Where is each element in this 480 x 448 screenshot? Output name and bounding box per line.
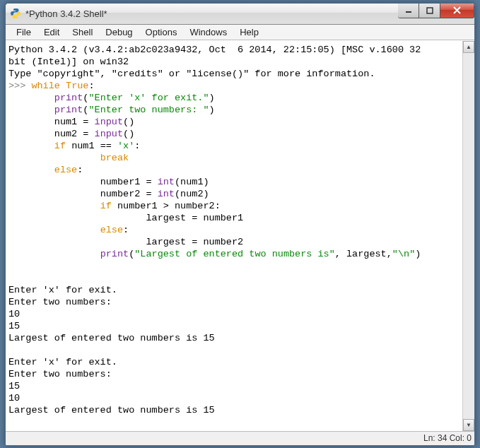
scroll-track[interactable] — [463, 53, 474, 419]
menubar: File Edit Shell Debug Options Windows He… — [6, 25, 474, 40]
kw-if: if — [100, 201, 112, 211]
vertical-scrollbar[interactable]: ▲ ▼ — [462, 41, 474, 431]
output-line: 10 — [8, 393, 20, 403]
maximize-button[interactable] — [419, 4, 440, 18]
menu-debug[interactable]: Debug — [99, 25, 139, 39]
banner-line: bit (Intel)] on win32 — [8, 57, 129, 67]
menu-shell[interactable]: Shell — [66, 25, 99, 39]
kw-if: if — [54, 141, 66, 151]
bi-input: input — [95, 129, 124, 139]
var: number2 — [175, 201, 215, 211]
str-literal: "Enter 'x' for exit." — [88, 93, 209, 103]
close-button[interactable] — [440, 4, 474, 18]
banner-line: Type "copyright", "credits" or "license(… — [8, 69, 375, 79]
minimize-button[interactable] — [398, 4, 419, 18]
app-window: *Python 3.4.2 Shell* File Edit Shell Deb… — [5, 3, 475, 446]
output-line: 15 — [8, 381, 20, 391]
window-title: *Python 3.4.2 Shell* — [25, 8, 398, 19]
output-line: Enter two numbers: — [8, 369, 117, 379]
var: num2 — [54, 129, 77, 139]
kw-break: break — [100, 153, 129, 163]
bi-int: int — [158, 189, 175, 199]
kw-else: else — [54, 165, 77, 175]
var: num1 — [54, 117, 77, 127]
var: number1 — [100, 177, 141, 187]
var: num1 — [180, 177, 203, 187]
window-controls — [398, 4, 474, 18]
str-literal: "Largest of entered two numbers is" — [134, 249, 335, 259]
output-line: Enter 'x' for exit. — [8, 357, 117, 367]
var: number2 — [100, 189, 141, 199]
bi-print: print — [54, 105, 83, 115]
cursor-position: Ln: 34 Col: 0 — [423, 433, 472, 443]
output-line: Largest of entered two numbers is 15 — [8, 405, 221, 415]
kw-while: while — [31, 81, 60, 91]
output-line: Largest of entered two numbers is 15 — [8, 333, 221, 343]
scroll-up-icon[interactable]: ▲ — [463, 41, 474, 53]
output-line: 10 — [8, 309, 20, 319]
kw-true: True — [66, 81, 88, 91]
output-line: 15 — [8, 321, 20, 331]
var: largest — [146, 213, 186, 223]
menu-edit[interactable]: Edit — [37, 25, 66, 39]
var: largest — [146, 237, 186, 247]
menu-help[interactable]: Help — [233, 25, 265, 39]
var: largest — [346, 249, 387, 259]
kw-else: else — [100, 225, 123, 235]
svg-rect-1 — [427, 8, 433, 13]
var: number1 — [203, 213, 243, 223]
bi-int: int — [158, 177, 175, 187]
statusbar: Ln: 34 Col: 0 — [6, 431, 474, 445]
var: num2 — [180, 189, 203, 199]
bi-print: print — [100, 249, 129, 259]
menu-file[interactable]: File — [10, 25, 37, 39]
editor-area: Python 3.4.2 (v3.4.2:ab2c023a9432, Oct 6… — [6, 40, 474, 431]
menu-options[interactable]: Options — [139, 25, 184, 39]
str-literal: "\n" — [392, 249, 415, 259]
str-literal: 'x' — [117, 141, 134, 151]
prompt: >>> — [8, 81, 31, 91]
var: number2 — [203, 237, 243, 247]
var: number1 — [117, 201, 158, 211]
shell-editor[interactable]: Python 3.4.2 (v3.4.2:ab2c023a9432, Oct 6… — [6, 41, 462, 431]
banner-line: Python 3.4.2 (v3.4.2:ab2c023a9432, Oct 6… — [8, 45, 421, 55]
bi-print: print — [54, 93, 83, 103]
bi-input: input — [95, 117, 124, 127]
output-line: Enter 'x' for exit. — [8, 285, 117, 295]
output-line: Enter two numbers: — [8, 297, 117, 307]
str-literal: "Enter two numbers: " — [88, 105, 209, 115]
titlebar[interactable]: *Python 3.4.2 Shell* — [6, 4, 474, 25]
var: num1 — [71, 141, 94, 151]
menu-windows[interactable]: Windows — [183, 25, 233, 39]
scroll-down-icon[interactable]: ▼ — [463, 419, 474, 431]
python-app-icon — [10, 8, 21, 19]
